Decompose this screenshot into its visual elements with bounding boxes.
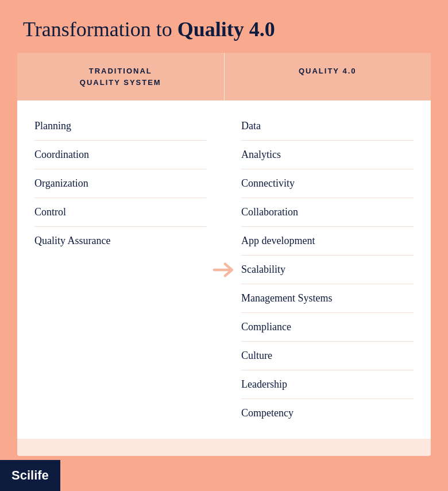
main-container: TRADITIONALQUALITY SYSTEM QUALITY 4.0 Pl… — [17, 53, 431, 456]
list-item: Culture — [241, 342, 414, 370]
left-column-header: TRADITIONALQUALITY SYSTEM — [17, 53, 225, 100]
page-header: Transformation to Quality 4.0 — [0, 0, 448, 53]
list-item: Collaboration — [241, 198, 414, 227]
footer: Scilife — [0, 460, 60, 491]
title-bold: Quality 4.0 — [177, 18, 275, 41]
columns-content: Planning Coordination Organization Contr… — [17, 100, 431, 439]
list-item: Connectivity — [241, 169, 414, 198]
right-column-header: QUALITY 4.0 — [225, 53, 431, 100]
list-item: Compliance — [241, 313, 414, 342]
list-item: Quality Assurance — [34, 227, 207, 255]
list-item: Competency — [241, 399, 414, 427]
list-item: Planning — [34, 112, 207, 141]
list-item: Management Systems — [241, 284, 414, 313]
list-item: Coordination — [34, 141, 207, 169]
list-item: Analytics — [241, 141, 414, 169]
list-item: App development — [241, 227, 414, 256]
list-item: Control — [34, 198, 207, 227]
right-column-content: Data Analytics Connectivity Collaboratio… — [224, 100, 431, 439]
left-column-content: Planning Coordination Organization Contr… — [17, 100, 224, 439]
list-item: Organization — [34, 169, 207, 198]
list-item: Data — [241, 112, 414, 141]
left-header-text: TRADITIONALQUALITY SYSTEM — [29, 65, 213, 88]
right-header-text: QUALITY 4.0 — [236, 65, 420, 77]
footer-logo: Scilife — [11, 468, 49, 482]
title-normal: Transformation to — [23, 18, 177, 41]
list-item: Scalability — [241, 256, 414, 284]
page-title: Transformation to Quality 4.0 — [23, 17, 425, 41]
column-headers: TRADITIONALQUALITY SYSTEM QUALITY 4.0 — [17, 53, 431, 100]
list-item: Leadership — [241, 370, 414, 399]
